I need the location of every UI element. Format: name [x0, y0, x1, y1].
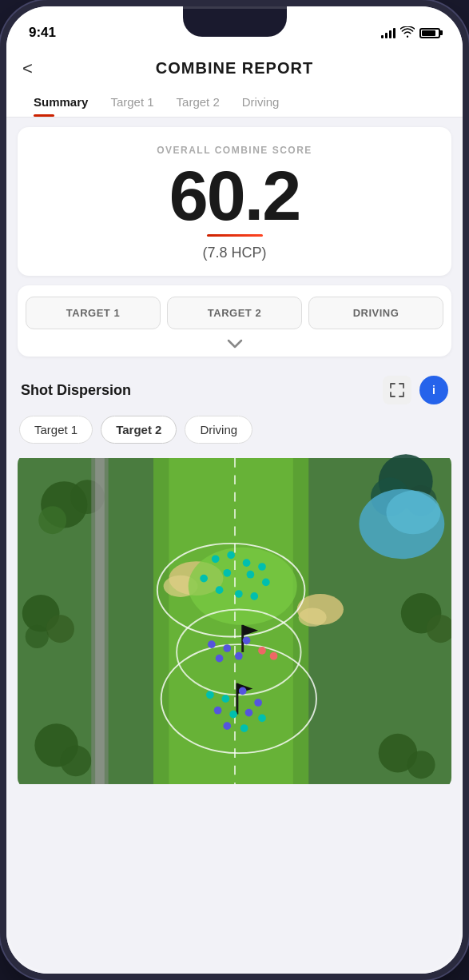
category-buttons: TARGET 1 TARGET 2 DRIVING — [26, 297, 443, 329]
signal-icon — [381, 27, 395, 38]
page-title: COMBINE REPORT — [156, 59, 313, 78]
wifi-icon — [400, 26, 415, 40]
course-map — [18, 453, 451, 789]
svg-point-39 — [200, 575, 208, 583]
status-icons — [381, 26, 440, 40]
svg-point-45 — [250, 592, 258, 600]
svg-point-37 — [243, 559, 251, 567]
svg-point-59 — [245, 709, 253, 717]
filter-tabs: Target 1 Target 2 Driving — [6, 412, 463, 453]
course-svg — [18, 453, 451, 789]
svg-point-53 — [206, 691, 214, 699]
notch — [183, 6, 287, 37]
phone-frame: 9:41 — [0, 0, 469, 980]
info-icon: i — [432, 384, 435, 396]
svg-rect-19 — [95, 458, 105, 784]
svg-point-40 — [223, 569, 231, 577]
screen: < COMBINE REPORT Summary Target 1 Target… — [6, 50, 463, 974]
battery-icon — [419, 28, 440, 38]
svg-point-61 — [223, 722, 231, 730]
back-button[interactable]: < — [22, 58, 33, 79]
svg-point-54 — [221, 695, 229, 703]
svg-point-47 — [223, 644, 231, 652]
svg-point-49 — [258, 647, 266, 655]
svg-point-11 — [26, 625, 49, 648]
svg-point-15 — [60, 745, 91, 776]
filter-target2[interactable]: Target 2 — [101, 416, 177, 444]
score-label: OVERALL COMBINE SCORE — [34, 145, 435, 156]
svg-point-52 — [235, 652, 243, 660]
svg-point-44 — [235, 590, 243, 598]
svg-point-25 — [299, 608, 327, 626]
tab-target2[interactable]: Target 2 — [165, 87, 231, 117]
svg-point-26 — [189, 548, 297, 625]
filter-driving[interactable]: Driving — [185, 416, 252, 444]
category-driving-button[interactable]: DRIVING — [308, 297, 443, 329]
svg-point-36 — [227, 552, 235, 560]
svg-point-43 — [216, 586, 224, 594]
svg-point-60 — [258, 715, 266, 723]
expand-icon — [390, 383, 404, 397]
section-icons: i — [383, 376, 448, 404]
chevron-down-icon[interactable] — [227, 339, 243, 349]
shot-dispersion-header: Shot Dispersion i — [6, 366, 463, 412]
svg-point-62 — [240, 724, 248, 732]
category-card: TARGET 1 TARGET 2 DRIVING — [18, 285, 451, 357]
svg-point-50 — [270, 652, 278, 660]
category-target2-button[interactable]: TARGET 2 — [167, 297, 302, 329]
svg-point-41 — [247, 571, 255, 579]
svg-point-17 — [407, 751, 435, 779]
svg-point-57 — [214, 707, 222, 715]
category-target1-button[interactable]: TARGET 1 — [26, 297, 161, 329]
score-value: 60.2 — [34, 161, 435, 231]
tab-driving[interactable]: Driving — [231, 87, 291, 117]
filter-target1[interactable]: Target 1 — [19, 416, 93, 444]
svg-point-58 — [229, 711, 237, 719]
svg-point-35 — [212, 555, 220, 563]
expand-button[interactable] — [383, 376, 411, 404]
svg-point-3 — [38, 506, 66, 534]
svg-point-55 — [239, 687, 247, 695]
tab-summary[interactable]: Summary — [22, 87, 99, 117]
info-button[interactable]: i — [419, 376, 448, 404]
svg-point-42 — [262, 579, 270, 587]
score-hcp: (7.8 HCP) — [34, 245, 435, 261]
svg-point-56 — [254, 699, 262, 707]
header: < COMBINE REPORT Summary Target 1 Target… — [6, 50, 463, 118]
svg-point-38 — [258, 563, 266, 571]
shot-dispersion-title: Shot Dispersion — [21, 382, 131, 399]
svg-point-8 — [386, 491, 440, 534]
score-card: OVERALL COMBINE SCORE 60.2 (7.8 HCP) — [18, 127, 451, 276]
tabs-bar: Summary Target 1 Target 2 Driving — [22, 87, 447, 117]
svg-point-48 — [243, 636, 251, 644]
svg-point-10 — [46, 615, 74, 643]
svg-point-46 — [208, 640, 216, 648]
status-time: 9:41 — [29, 25, 56, 41]
tab-target1[interactable]: Target 1 — [99, 87, 165, 117]
svg-point-51 — [216, 655, 224, 663]
